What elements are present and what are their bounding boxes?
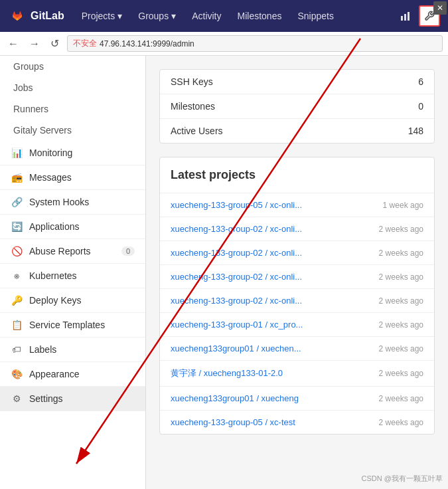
stats-row-users: Active Users 148 — [160, 119, 434, 143]
project-list: xuecheng-133-group-05 / xc-onli... 1 wee… — [160, 193, 434, 434]
nav-activity[interactable]: Activity — [185, 7, 228, 25]
applications-icon: 🔄 — [11, 221, 23, 232]
svg-rect-2 — [408, 12, 410, 21]
project-row: xuecheng-133-group-02 / xc-onli... 2 wee… — [160, 217, 434, 241]
sidebar-item-deploy-keys[interactable]: 🔑 Deploy Keys — [0, 288, 145, 313]
nav-snippets[interactable]: Snippets — [291, 7, 340, 25]
project-link[interactable]: xuecheng-133-group-02 / xc-onli... — [171, 272, 302, 282]
deploy-keys-icon: 🔑 — [11, 295, 23, 306]
sidebar-item-abuse-reports[interactable]: 🚫 Abuse Reports 0 — [0, 239, 145, 264]
sidebar-item-groups[interactable]: Groups — [0, 56, 145, 77]
project-link[interactable]: xuecheng-133-group-02 / xc-onli... — [171, 296, 302, 306]
project-time: 2 weeks ago — [379, 369, 423, 378]
gitlab-logo[interactable]: GitLab — [8, 7, 64, 25]
project-row: xuecheng-133-group-05 / xc-onli... 1 wee… — [160, 193, 434, 217]
active-users-label: Active Users — [171, 126, 223, 136]
nav-snippets-label: Snippets — [297, 11, 333, 21]
stats-box: SSH Keys 6 Milestones 0 Active Users 148 — [159, 69, 435, 144]
sidebar-applications-label: Applications — [29, 221, 80, 232]
active-users-value: 148 — [408, 126, 423, 136]
nav-groups[interactable]: Groups ▾ — [131, 7, 183, 25]
settings-icon: ⚙ — [11, 393, 23, 404]
sidebar-labels-label: Labels — [29, 344, 56, 355]
project-row: xuecheng-133-group-02 / xc-onli... 2 wee… — [160, 241, 434, 265]
sidebar: Groups Jobs Runners Gitaly Servers 📊 Mon… — [0, 56, 146, 489]
project-time: 1 week ago — [383, 201, 423, 210]
project-time: 2 weeks ago — [379, 320, 423, 330]
nav-milestones-label: Milestones — [238, 11, 282, 21]
sidebar-item-gitaly[interactable]: Gitaly Servers — [0, 120, 145, 141]
watermark: CSDN @我有一颗五叶草 — [362, 474, 443, 484]
sidebar-item-labels[interactable]: 🏷 Labels — [0, 338, 145, 362]
project-row: 黄宇泽 / xuecheng133-01-2.0 2 weeks ago — [160, 361, 434, 387]
sidebar-kubernetes-label: Kubernetes — [29, 270, 77, 281]
sidebar-groups-label: Groups — [13, 61, 44, 72]
stats-row-milestones: Milestones 0 — [160, 94, 434, 119]
nav-activity-label: Activity — [192, 11, 221, 21]
close-button[interactable]: ✕ — [433, 1, 447, 15]
service-templates-icon: 📋 — [11, 320, 23, 330]
back-button[interactable]: ← — [5, 37, 21, 51]
milestones-label: Milestones — [171, 101, 215, 112]
kubernetes-icon: ⎈ — [11, 270, 23, 281]
url-bar[interactable]: 不安全 47.96.143.141:9999/admin — [67, 35, 443, 52]
nav-menu: Projects ▾ Groups ▾ Activity Milestones … — [75, 5, 440, 27]
project-row: xuecheng-133-group-05 / xc-test 2 weeks … — [160, 411, 434, 434]
sidebar-item-applications[interactable]: 🔄 Applications — [0, 215, 145, 239]
url-text: 47.96.143.141:9999/admin — [100, 39, 194, 49]
project-link[interactable]: xuecheng133group01 / xuechen... — [171, 343, 301, 353]
nav-projects-label: Projects — [82, 11, 115, 21]
address-bar: ← → ↺ 不安全 47.96.143.141:9999/admin — [0, 32, 448, 56]
nav-projects[interactable]: Projects ▾ — [75, 7, 129, 25]
sidebar-item-monitoring[interactable]: 📊 Monitoring — [0, 141, 145, 165]
project-row: xuecheng-133-group-02 / xc-onli... 2 wee… — [160, 289, 434, 313]
nav-milestones[interactable]: Milestones — [231, 7, 289, 25]
sidebar-item-system-hooks[interactable]: 🔗 System Hooks — [0, 190, 145, 215]
svg-rect-0 — [401, 16, 403, 21]
chevron-down-icon: ▾ — [171, 11, 176, 21]
sidebar-abuse-label: Abuse Reports — [29, 246, 91, 256]
project-link[interactable]: xuecheng-133-group-05 / xc-test — [171, 417, 295, 427]
sidebar-deploy-label: Deploy Keys — [29, 295, 82, 306]
milestones-value: 0 — [418, 101, 423, 112]
project-time: 2 weeks ago — [379, 272, 423, 282]
logo-text: GitLab — [31, 10, 64, 22]
project-link[interactable]: xuecheng-133-group-02 / xc-onli... — [171, 248, 302, 258]
ssh-keys-value: 6 — [418, 76, 423, 87]
latest-projects-box: Latest projects xuecheng-133-group-05 / … — [159, 157, 435, 435]
project-time: 2 weeks ago — [379, 394, 423, 403]
sidebar-gitaly-label: Gitaly Servers — [13, 125, 72, 136]
sidebar-hooks-label: System Hooks — [29, 197, 89, 207]
labels-icon: 🏷 — [11, 344, 23, 355]
project-link[interactable]: 黄宇泽 / xuecheng133-01-2.0 — [171, 367, 283, 379]
project-link[interactable]: xuecheng-133-group-01 / xc_pro... — [171, 320, 303, 330]
project-link[interactable]: xuecheng-133-group-05 / xc-onli... — [171, 200, 302, 210]
project-link[interactable]: xuecheng133group01 / xuecheng — [171, 393, 299, 403]
chart-icon-btn[interactable] — [395, 5, 416, 27]
forward-button[interactable]: → — [27, 37, 42, 51]
top-navigation: GitLab Projects ▾ Groups ▾ Activity Mile… — [0, 0, 448, 32]
sidebar-item-settings[interactable]: ⚙ Settings — [0, 387, 145, 411]
sidebar-item-runners[interactable]: Runners — [0, 98, 145, 120]
sidebar-messages-label: Messages — [29, 172, 72, 183]
sidebar-item-messages[interactable]: 📻 Messages — [0, 165, 145, 190]
monitoring-icon: 📊 — [11, 147, 23, 158]
chevron-down-icon: ▾ — [117, 11, 122, 21]
main-content: SSH Keys 6 Milestones 0 Active Users 148… — [146, 56, 448, 489]
hooks-icon: 🔗 — [11, 197, 23, 207]
sidebar-item-kubernetes[interactable]: ⎈ Kubernetes — [0, 264, 145, 288]
project-row: xuecheng133group01 / xuechen... 2 weeks … — [160, 337, 434, 361]
appearance-icon: 🎨 — [11, 369, 23, 379]
messages-icon: 📻 — [11, 172, 23, 183]
project-time: 2 weeks ago — [379, 344, 423, 353]
sidebar-item-service-templates[interactable]: 📋 Service Templates — [0, 313, 145, 338]
project-time: 2 weeks ago — [379, 296, 423, 306]
refresh-button[interactable]: ↺ — [48, 36, 62, 51]
project-link[interactable]: xuecheng-133-group-02 / xc-onli... — [171, 224, 302, 234]
sidebar-item-appearance[interactable]: 🎨 Appearance — [0, 362, 145, 387]
abuse-icon: 🚫 — [11, 246, 23, 256]
sidebar-appearance-label: Appearance — [29, 369, 80, 379]
sidebar-item-jobs[interactable]: Jobs — [0, 77, 145, 98]
nav-groups-label: Groups — [138, 11, 169, 21]
main-layout: Groups Jobs Runners Gitaly Servers 📊 Mon… — [0, 56, 448, 489]
